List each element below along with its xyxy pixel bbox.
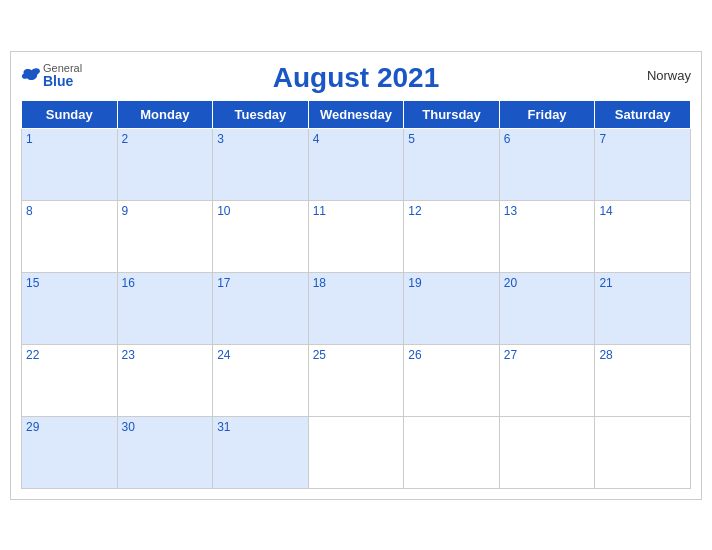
calendar-day-cell — [308, 416, 404, 488]
calendar-day-cell: 14 — [595, 200, 691, 272]
brand-logo-area: General Blue — [21, 62, 82, 88]
calendar-day-cell: 11 — [308, 200, 404, 272]
calendar-day-cell: 4 — [308, 128, 404, 200]
calendar-week-row: 1234567 — [22, 128, 691, 200]
col-wednesday: Wednesday — [308, 100, 404, 128]
brand-logo: General Blue — [21, 62, 82, 88]
calendar-day-cell: 24 — [213, 344, 309, 416]
calendar-week-row: 15161718192021 — [22, 272, 691, 344]
day-number: 15 — [26, 276, 39, 290]
day-number: 4 — [313, 132, 320, 146]
calendar-day-cell: 28 — [595, 344, 691, 416]
calendar-day-cell: 29 — [22, 416, 118, 488]
calendar-day-cell — [404, 416, 500, 488]
day-number: 25 — [313, 348, 326, 362]
day-number: 5 — [408, 132, 415, 146]
calendar-header: General Blue August 2021 Norway — [21, 62, 691, 94]
calendar-day-cell: 31 — [213, 416, 309, 488]
brand-bird-icon — [21, 67, 41, 83]
day-number: 21 — [599, 276, 612, 290]
day-number: 7 — [599, 132, 606, 146]
calendar-day-cell: 2 — [117, 128, 213, 200]
calendar-week-row: 22232425262728 — [22, 344, 691, 416]
calendar-day-cell: 1 — [22, 128, 118, 200]
day-number: 23 — [122, 348, 135, 362]
calendar-day-cell: 5 — [404, 128, 500, 200]
calendar-day-cell: 19 — [404, 272, 500, 344]
day-number: 18 — [313, 276, 326, 290]
calendar-day-cell: 20 — [499, 272, 595, 344]
day-number: 14 — [599, 204, 612, 218]
col-tuesday: Tuesday — [213, 100, 309, 128]
col-monday: Monday — [117, 100, 213, 128]
calendar-day-cell: 15 — [22, 272, 118, 344]
day-number: 19 — [408, 276, 421, 290]
calendar-day-cell: 26 — [404, 344, 500, 416]
brand-general-text: General — [43, 62, 82, 74]
calendar-week-row: 293031 — [22, 416, 691, 488]
calendar-day-cell: 3 — [213, 128, 309, 200]
calendar-day-cell: 12 — [404, 200, 500, 272]
day-number: 16 — [122, 276, 135, 290]
day-number: 24 — [217, 348, 230, 362]
day-number: 28 — [599, 348, 612, 362]
country-label: Norway — [647, 68, 691, 83]
calendar-day-cell: 7 — [595, 128, 691, 200]
calendar-day-cell: 8 — [22, 200, 118, 272]
day-number: 8 — [26, 204, 33, 218]
col-friday: Friday — [499, 100, 595, 128]
calendar-container: General Blue August 2021 Norway Sunday M… — [10, 51, 702, 500]
calendar-day-cell: 13 — [499, 200, 595, 272]
calendar-day-cell: 9 — [117, 200, 213, 272]
calendar-day-cell: 23 — [117, 344, 213, 416]
day-number: 17 — [217, 276, 230, 290]
calendar-day-cell: 21 — [595, 272, 691, 344]
day-number: 10 — [217, 204, 230, 218]
col-thursday: Thursday — [404, 100, 500, 128]
calendar-day-cell: 18 — [308, 272, 404, 344]
days-header-row: Sunday Monday Tuesday Wednesday Thursday… — [22, 100, 691, 128]
day-number: 1 — [26, 132, 33, 146]
day-number: 22 — [26, 348, 39, 362]
day-number: 12 — [408, 204, 421, 218]
calendar-day-cell: 22 — [22, 344, 118, 416]
day-number: 26 — [408, 348, 421, 362]
calendar-day-cell: 6 — [499, 128, 595, 200]
brand-blue-text: Blue — [43, 74, 73, 88]
day-number: 13 — [504, 204, 517, 218]
day-number: 9 — [122, 204, 129, 218]
day-number: 11 — [313, 204, 326, 218]
calendar-day-cell: 10 — [213, 200, 309, 272]
calendar-day-cell: 17 — [213, 272, 309, 344]
day-number: 3 — [217, 132, 224, 146]
day-number: 6 — [504, 132, 511, 146]
calendar-table: Sunday Monday Tuesday Wednesday Thursday… — [21, 100, 691, 489]
calendar-day-cell: 25 — [308, 344, 404, 416]
day-number: 2 — [122, 132, 129, 146]
month-title: August 2021 — [273, 62, 440, 94]
calendar-day-cell — [595, 416, 691, 488]
calendar-day-cell — [499, 416, 595, 488]
day-number: 30 — [122, 420, 135, 434]
day-number: 29 — [26, 420, 39, 434]
calendar-day-cell: 30 — [117, 416, 213, 488]
calendar-week-row: 891011121314 — [22, 200, 691, 272]
calendar-day-cell: 27 — [499, 344, 595, 416]
day-number: 31 — [217, 420, 230, 434]
calendar-day-cell: 16 — [117, 272, 213, 344]
col-sunday: Sunday — [22, 100, 118, 128]
day-number: 20 — [504, 276, 517, 290]
day-number: 27 — [504, 348, 517, 362]
col-saturday: Saturday — [595, 100, 691, 128]
